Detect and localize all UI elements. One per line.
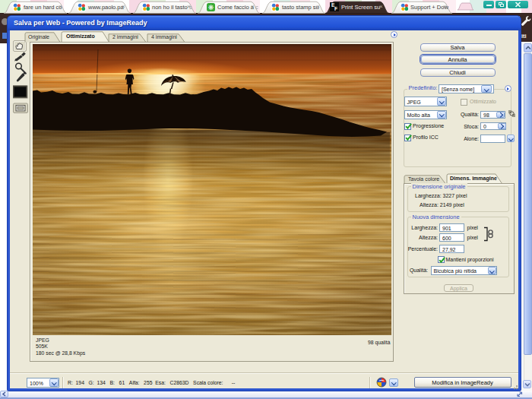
svg-text:F: F bbox=[334, 6, 337, 11]
svg-text:❋: ❋ bbox=[208, 4, 214, 11]
